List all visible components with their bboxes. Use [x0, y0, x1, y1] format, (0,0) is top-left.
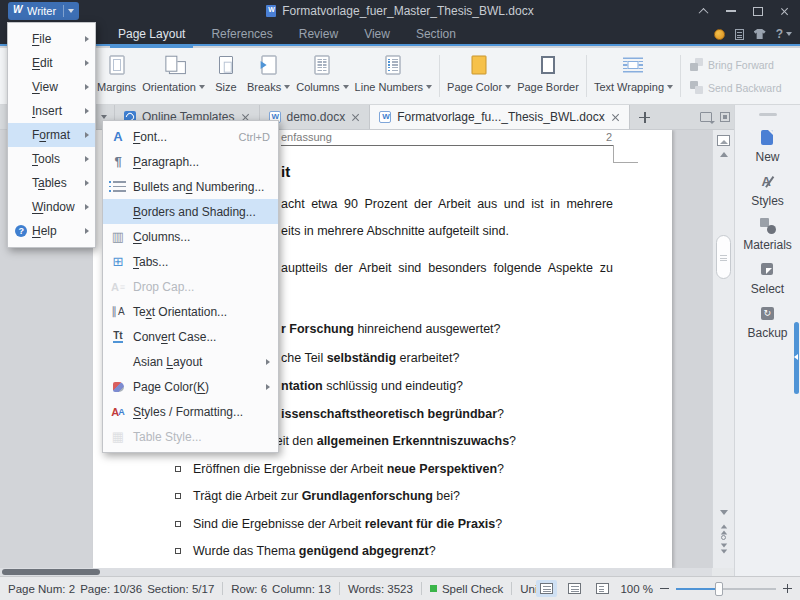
close-button[interactable]: [773, 3, 796, 19]
tab-options-button[interactable]: [720, 112, 730, 122]
ribbon-tabs: Page LayoutReferencesReviewViewSection: [0, 22, 800, 46]
document-tab-formatvorlage-fu-thesis-bwl-docx[interactable]: Formatvorlage_fu..._Thesis_BWL.docx: [370, 105, 629, 129]
help-icon: ?: [776, 27, 783, 41]
ribbon-page-border[interactable]: Page Border: [514, 48, 582, 104]
scroll-up-icon[interactable]: [720, 152, 728, 157]
window-controls: [692, 3, 796, 19]
new-tab-button[interactable]: [630, 105, 660, 129]
sidebar-item-select[interactable]: Select: [751, 261, 784, 296]
menu-item-tables[interactable]: Tables: [8, 171, 95, 195]
ribbon-orientation[interactable]: Orientation: [139, 48, 208, 104]
previous-page-button[interactable]: [713, 524, 734, 535]
menu-item-file[interactable]: File: [8, 27, 95, 51]
zoom-out-icon[interactable]: [660, 588, 669, 590]
zoom-level[interactable]: 100 %: [620, 583, 653, 595]
status-spell-check[interactable]: Spell Check: [442, 583, 503, 595]
styles-formatting-icon: [109, 404, 127, 420]
browse-object-icon[interactable]: [717, 135, 730, 146]
more-tabs-button[interactable]: [700, 112, 712, 122]
ribbon-breaks[interactable]: Breaks: [244, 48, 293, 104]
menu-item-bullets-and-numbering[interactable]: Bullets and Numbering...: [103, 174, 278, 199]
ribbon-columns[interactable]: Columns: [293, 48, 351, 104]
close-tab-icon[interactable]: [611, 113, 620, 122]
menu-item-text-orientation[interactable]: Text Orientation...: [103, 299, 278, 324]
document-text-line: che Teil selbständig erarbeitet?: [281, 351, 459, 366]
zoom-slider[interactable]: [676, 588, 776, 590]
zoom-in-icon[interactable]: [783, 584, 792, 593]
horizontal-scrollbar[interactable]: [0, 568, 712, 576]
print-layout-view-button[interactable]: [536, 580, 557, 597]
sidebar-item-backup[interactable]: Backup: [747, 305, 787, 340]
menu-item-table-style: Table Style...: [103, 424, 278, 449]
menu-item-view[interactable]: View: [8, 75, 95, 99]
ribbon-size[interactable]: Size: [208, 48, 244, 104]
minimize-button[interactable]: [719, 3, 742, 19]
ribbon-group-divider: [586, 55, 587, 97]
sidebar-item-materials[interactable]: Materials: [743, 217, 792, 252]
zoom-slider-handle[interactable]: [715, 582, 723, 596]
ribbon-bring-forward: Bring Forward: [690, 58, 782, 71]
close-tab-icon[interactable]: [351, 113, 360, 122]
menubar-tab-review[interactable]: Review: [299, 22, 338, 46]
chevron-down-icon: [786, 32, 792, 36]
submenu-arrow-icon: [266, 384, 270, 390]
menu-item-tabs[interactable]: Tabs...: [103, 249, 278, 274]
maximize-button[interactable]: [746, 3, 769, 19]
skin-theme-icon[interactable]: [754, 29, 766, 39]
menu-item-page-color-k[interactable]: Page Color(K): [103, 374, 278, 399]
menu-item-asian-layout[interactable]: Asian Layout: [103, 349, 278, 374]
orientation-icon: [159, 52, 189, 78]
scrollbar-thumb[interactable]: [716, 235, 731, 279]
ribbon-page-color[interactable]: Page Color: [444, 48, 514, 104]
menubar-tab-section[interactable]: Section: [416, 22, 456, 46]
vertical-scrollbar[interactable]: [712, 130, 734, 568]
status-column[interactable]: Column: 13: [272, 583, 331, 595]
task-pane-sidebar: NewStylesMaterialsSelectBackup: [734, 105, 800, 576]
sidebar-collapse-handle[interactable]: [794, 322, 799, 394]
status-row[interactable]: Row: 6: [231, 583, 267, 595]
menu-item-convert-case[interactable]: Convert Case...: [103, 324, 278, 349]
status-page[interactable]: Page: 10/36: [80, 583, 142, 595]
dropdown-caret-icon: [343, 85, 349, 89]
scrollbar-thumb[interactable]: [2, 569, 100, 575]
outline-view-button[interactable]: [564, 580, 585, 597]
menubar-tab-references[interactable]: References: [211, 22, 272, 46]
web-layout-view-button[interactable]: [592, 580, 613, 597]
menu-item-paragraph[interactable]: Paragraph...: [103, 149, 278, 174]
menubar-tab-view[interactable]: View: [364, 22, 390, 46]
sidebar-item-styles[interactable]: Styles: [751, 173, 784, 208]
promotion-icon[interactable]: [714, 29, 725, 40]
menu-item-styles-formatting[interactable]: Styles / Formatting...: [103, 399, 278, 424]
sidebar-item-new[interactable]: New: [755, 129, 779, 164]
status-unit[interactable]: Unit: mm: [520, 583, 536, 595]
menu-item-borders-and-shading[interactable]: Borders and Shading...: [103, 199, 278, 224]
bring-forward-icon: [690, 58, 703, 71]
submenu-arrow-icon: [85, 108, 89, 114]
menu-item-columns[interactable]: Columns...: [103, 224, 278, 249]
next-page-button[interactable]: [713, 543, 734, 554]
status-page-num[interactable]: Page Num: 2: [8, 583, 75, 595]
menu-item-help[interactable]: Help: [8, 219, 95, 243]
menu-item-font[interactable]: Font...Ctrl+D: [103, 124, 278, 149]
panel-handle[interactable]: [759, 113, 777, 116]
menu-item-tools[interactable]: Tools: [8, 147, 95, 171]
scroll-down-icon[interactable]: [720, 510, 728, 515]
status-section[interactable]: Section: 5/17: [147, 583, 214, 595]
dropdown-caret-icon: [667, 85, 673, 89]
status-words[interactable]: Words: 3523: [348, 583, 413, 595]
header-rule: [281, 145, 613, 146]
ribbon-text-wrapping[interactable]: Text Wrapping: [591, 48, 676, 104]
collapse-button[interactable]: [692, 3, 715, 19]
menu-item-insert[interactable]: Insert: [8, 99, 95, 123]
help-menu-button[interactable]: ?: [776, 27, 792, 41]
note-icon[interactable]: [735, 29, 744, 40]
menu-item-format[interactable]: Format: [8, 123, 95, 147]
minimize-icon: [726, 10, 736, 12]
ribbon-margins[interactable]: Margins: [94, 48, 139, 104]
page-view-icon: [540, 583, 553, 594]
menubar-tab-page-layout[interactable]: Page Layout: [118, 22, 185, 46]
select-browse-object-icon[interactable]: [721, 535, 726, 540]
menu-item-edit[interactable]: Edit: [8, 51, 95, 75]
ribbon-line-numbers[interactable]: Line Numbers: [352, 48, 435, 104]
menu-item-window[interactable]: Window: [8, 195, 95, 219]
